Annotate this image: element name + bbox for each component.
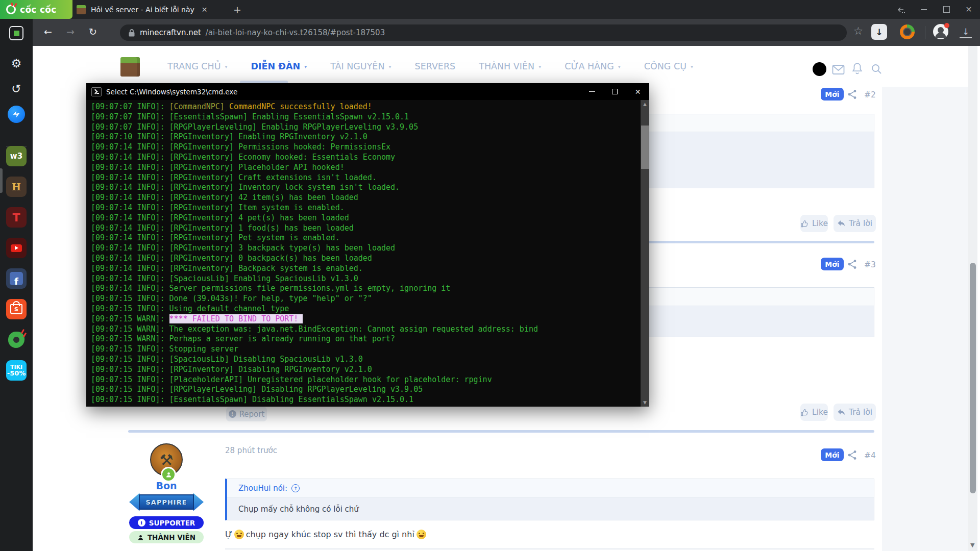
forward-button[interactable]: → [66,26,75,37]
w3schools-shortcut[interactable]: w3 [6,146,27,166]
cmd-minimize-button[interactable] [580,83,603,100]
console-line: [09:07:14 INFO]: [RPGInventory] Economy … [91,153,641,163]
facebook-shortcut[interactable]: f [6,268,27,289]
chevron-down-icon: ▾ [225,64,228,69]
chevron-down-icon: ▾ [691,64,693,69]
tiki-shortcut[interactable]: TIKI -50% [6,360,27,381]
nav-item-cong-cu[interactable]: CÔNG CỤ▾ [644,61,693,71]
mail-icon[interactable] [832,64,845,75]
post3-share-icon[interactable] [847,259,857,269]
nav-item-cua-hang[interactable]: CỬA HÀNG▾ [565,61,621,71]
window-restore-button[interactable] [935,0,958,19]
coccoc-brand-name: cốc cốc [20,5,57,15]
jump-to-quote-icon[interactable]: ↑ [291,484,300,492]
back-button[interactable]: ← [44,26,52,37]
bookmark-star-icon[interactable]: ☆ [853,25,863,37]
post4-number[interactable]: #4 [864,451,876,460]
post4-author-name[interactable]: Bon [129,480,204,491]
lock-icon [128,29,135,37]
page-scrollbar-thumb[interactable] [970,263,976,493]
side-panel-toggle-icon[interactable] [9,26,23,40]
window-minimize-button[interactable] [913,0,935,19]
settings-gear-icon[interactable]: ⚙ [6,53,27,73]
close-icon: ✕ [635,88,641,96]
post3-reply-button[interactable]: Trả lời [834,404,876,421]
close-icon: ✕ [965,5,972,14]
post4-quote-box: ZhouHui nói: ↑ Chụp mấy chỗ không có lỗi… [225,479,874,520]
page-scrollbar-down-arrow[interactable]: ▼ [970,542,974,548]
console-line: [09:07:07 INFO]: [CommandNPC] CommandNPC… [91,102,641,112]
console-line: [09:07:14 INFO]: [RPGInventory] 1 food(s… [91,223,641,234]
sidebar-handle[interactable] [0,168,3,193]
tab-overflow-button[interactable] [890,0,913,19]
console-scrollbar-thumb[interactable] [641,126,649,169]
post2-share-icon[interactable] [847,89,857,99]
console-line: [09:07:15 WARN]: Perhaps a server is alr… [91,334,641,344]
post3-report-button[interactable]: ! Report [226,407,267,421]
console-line: [09:07:15 INFO]: [RPGPlayerLeveling] Dis… [91,385,641,395]
maximize-icon [612,89,618,94]
search-icon[interactable] [871,63,883,75]
cmd-window[interactable]: Select C:\Windows\system32\cmd.exe ✕ [09… [86,83,649,407]
bell-icon[interactable] [851,62,863,76]
new-tab-button[interactable]: + [231,3,244,16]
messenger-icon[interactable] [8,106,25,123]
cmd-maximize-button[interactable] [603,83,626,100]
tab-close-icon[interactable]: ✕ [202,6,208,14]
console-scrollbar-up-arrow[interactable]: ▲ [641,100,649,108]
tab-scroll-left-icon [897,6,906,13]
post2-number[interactable]: #2 [864,90,876,99]
download-in-progress-button[interactable]: ↓ [871,24,887,40]
nav-item-thanh-vien[interactable]: THÀNH VIÊN▾ [479,61,541,71]
console-line: [09:07:14 INFO]: [RPGInventory] 4 pet(s)… [91,213,641,223]
nav-item-servers[interactable]: SERVERS [415,61,456,71]
bottom-divider [225,548,874,549]
member-badge[interactable]: THÀNH VIÊN [129,531,204,543]
nav-label: CÔNG CỤ [644,61,687,71]
forum-logo-grass-block-icon[interactable] [120,57,140,77]
coccoc-brand[interactable]: cốc cốc [0,0,72,19]
console-line: [09:07:14 INFO]: [RPGInventory] Pet syst… [91,233,641,243]
coccoc-extension-icon[interactable] [900,24,915,39]
url-domain: minecraftvn.net [140,28,201,37]
thumbs-up-icon [800,408,808,417]
console-line: [09:07:14 INFO]: [RPGInventory] Inventor… [91,183,641,193]
history-icon[interactable]: ↺ [6,79,27,99]
reload-button[interactable]: ↻ [89,26,97,37]
window-close-button[interactable]: ✕ [958,0,980,19]
cmd-titlebar[interactable]: Select C:\Windows\system32\cmd.exe ✕ [86,83,649,100]
hypixel-shortcut[interactable]: H [6,177,27,197]
address-bar[interactable]: minecraftvn.net/ai-biet-loi-nay-ko-chi-v… [120,24,847,41]
supporter-badge[interactable]: i SUPPORTER [129,516,204,529]
info-icon: i [138,519,145,527]
console-line: [09:07:15 INFO]: Done (39.043s)! For hel… [91,294,641,304]
youtube-shortcut[interactable] [6,238,27,258]
cmd-close-button[interactable]: ✕ [626,83,649,100]
post4-quote-header[interactable]: ZhouHui nói: ↑ [227,479,874,498]
t-site-shortcut[interactable]: T [6,207,27,228]
console-line: [09:07:15 INFO]: [SpaciousLib] Disabling… [91,355,641,365]
post4-timestamp[interactable]: 28 phút trước [225,446,277,455]
zany-face-emoji [416,530,426,539]
console-line: [09:07:14 INFO]: [RPGInventory] Item sys… [91,203,641,213]
tab-title: Hỏi về server - Ai biết lỗi này [91,6,194,14]
post4-new-badge: Mới [821,448,844,461]
post2-reply-button[interactable]: Trả lời [834,215,876,232]
nav-item-dien-dan[interactable]: DIỄN ĐÀN▾ [251,61,307,71]
post2-like-button[interactable]: Like [800,215,828,232]
console-line: [09:07:14 INFO]: [RPGInventory] 0 backpa… [91,254,641,264]
post4-share-icon[interactable] [847,450,857,460]
post3-number[interactable]: #3 [864,260,876,269]
shopee-shortcut[interactable]: S [6,299,27,319]
nav-item-tai-nguyen[interactable]: TÀI NGUYÊN▾ [330,61,391,71]
downloads-button[interactable]: ↓ [960,26,972,38]
coccoc-deals-shortcut[interactable] [6,330,27,350]
post3-like-button[interactable]: Like [800,404,828,421]
nav-item-trang-chu[interactable]: TRANG CHỦ▾ [167,61,228,71]
console-scrollbar-down-arrow[interactable]: ▼ [641,398,649,407]
coccoc-deals-icon [8,332,24,348]
console-scrollbar-track[interactable]: ▲ ▼ [641,100,649,407]
browser-tab[interactable]: Hỏi về server - Ai biết lỗi này ✕ [77,0,208,19]
console-line: [09:07:15 INFO]: Using default channel t… [91,304,641,314]
user-avatar[interactable] [813,62,826,76]
